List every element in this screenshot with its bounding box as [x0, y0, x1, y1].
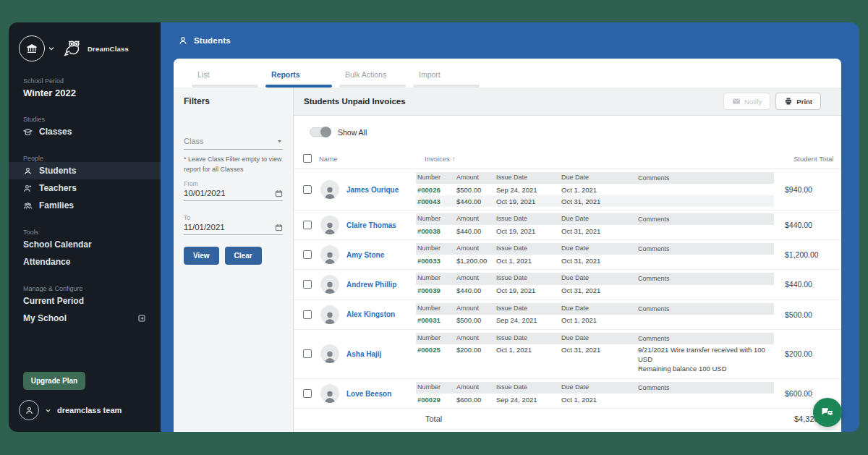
student-total: $600.00 [774, 389, 841, 398]
avatar [320, 305, 339, 324]
invoice-col-label: Number [416, 273, 455, 284]
student-name-link[interactable]: Love Beeson [346, 390, 416, 398]
upgrade-plan-button[interactable]: Upgrade Plan [23, 372, 85, 390]
from-date-field[interactable]: 10/01/2021 [184, 187, 283, 201]
invoice-col-label: Issue Date [495, 172, 560, 184]
student-name-link[interactable]: Amy Stone [346, 251, 416, 259]
view-button[interactable]: View [184, 247, 219, 265]
invoice-col-label: Comments [637, 382, 774, 394]
student-name-link[interactable]: Andrew Phillip [346, 281, 416, 289]
sidebar-item-classes[interactable]: Classes [9, 123, 161, 140]
calendar-icon[interactable] [275, 190, 283, 197]
sidebar-item-students[interactable]: Students [9, 162, 161, 179]
student-name-link[interactable]: James Ourique [346, 186, 416, 194]
student-name-link[interactable]: Asha Hajij [346, 350, 416, 358]
invoice-col-label: Number [416, 172, 455, 184]
chat-widget-button[interactable] [813, 398, 842, 427]
row-checkbox[interactable] [303, 221, 312, 229]
row-checkbox[interactable] [303, 250, 312, 259]
invoice-col-label: Due Date [560, 333, 637, 344]
clear-button[interactable]: Clear [225, 247, 262, 265]
show-all-toggle[interactable] [310, 127, 331, 137]
dreamclass-owl-icon [62, 38, 84, 59]
invoice-col-label: Issue Date [495, 213, 560, 225]
invoice-number-link[interactable]: #00029 [416, 394, 455, 405]
invoice-issue-date: Oct 19, 2021 [495, 225, 560, 237]
print-button[interactable]: Print [775, 93, 821, 110]
tab-bulk-actions[interactable]: Bulk Actions [339, 67, 406, 88]
row-checkbox[interactable] [303, 349, 312, 358]
avatar-wrap [320, 384, 346, 403]
tab-import[interactable]: Import [413, 67, 480, 88]
avatar-wrap [320, 275, 346, 294]
section-label-tools: Tools [9, 229, 161, 236]
row-checkbox[interactable] [303, 280, 312, 289]
table-row: Love Beeson Number Amount Issue Date Due… [294, 379, 841, 409]
invoice-issue-date: Oct 19, 2021 [495, 285, 560, 297]
invoice-col-label: Due Date [560, 243, 637, 255]
invoice-issue-date: Oct 1, 2021 [495, 344, 560, 356]
row-checkbox[interactable] [303, 185, 312, 194]
chevron-down-icon[interactable] [48, 45, 55, 52]
select-all-checkbox[interactable] [303, 154, 312, 163]
invoice-due-date: Oct 1, 2021 [560, 184, 637, 195]
invoice-col-label: Comments [637, 333, 774, 344]
invoice-number-link[interactable]: #00026 [416, 184, 455, 195]
tab-list[interactable]: List [192, 67, 258, 88]
invoice-comments [637, 184, 774, 187]
column-invoices[interactable]: Invoices ↑ [425, 155, 783, 163]
avatar-wrap [320, 344, 346, 363]
sidebar-item-attendance[interactable]: Attendance [9, 253, 161, 271]
invoice-col-label: Issue Date [495, 273, 560, 284]
invoice-number-link[interactable]: #00033 [416, 255, 455, 266]
sidebar-item-label: My School [23, 313, 67, 323]
sidebar-item-teachers[interactable]: Teachers [9, 179, 161, 197]
invoice-comments [637, 394, 774, 397]
invoice-col-label: Due Date [560, 382, 637, 394]
invoice-issue-date: Sep 24, 2021 [495, 315, 560, 326]
invoice-number-link[interactable]: #00031 [416, 315, 455, 326]
student-total: $500.00 [774, 310, 841, 319]
invoice-number-link[interactable]: #00038 [416, 225, 455, 237]
invoice-col-label: Number [416, 333, 455, 344]
student-name-link[interactable]: Claire Thomas [346, 221, 416, 229]
invoice-lines: Number Amount Issue Date Due Date Commen… [416, 243, 774, 266]
invoice-number-link[interactable]: #00025 [416, 344, 455, 356]
chat-bubbles-icon [820, 405, 835, 420]
filter-buttons: View Clear [184, 247, 283, 265]
app-window: DreamClass School Period Winter 2022 Stu… [9, 22, 859, 432]
sidebar-item-my-school[interactable]: My School [9, 310, 161, 327]
report-header: Students Unpaid Invoices Notify Print [294, 88, 841, 116]
invoice-number-link[interactable]: #00039 [416, 285, 455, 297]
tab-bar: List Reports Bulk Actions Import [174, 59, 841, 88]
tab-label: Import [413, 67, 480, 85]
tab-reports[interactable]: Reports [265, 67, 332, 88]
school-switcher-button[interactable] [19, 35, 45, 61]
row-checkbox[interactable] [303, 389, 312, 398]
toggle-knob [320, 127, 331, 137]
chevron-down-icon [45, 407, 51, 414]
invoice-line: #00026 $500.00 Sep 24, 2021 Oct 1, 2021 [416, 184, 774, 195]
content-card: List Reports Bulk Actions Import [174, 59, 841, 432]
invoice-number-link[interactable]: #00043 [416, 195, 455, 207]
invoice-col-label: Number [416, 213, 455, 225]
show-all-label: Show All [338, 128, 367, 137]
invoice-lines: Number Amount Issue Date Due Date Commen… [416, 333, 774, 376]
brand-logo: DreamClass [62, 38, 129, 59]
table-total-row: Total $4,320.00 [294, 409, 841, 430]
school-period-value[interactable]: Winter 2022 [9, 85, 161, 101]
calendar-icon[interactable] [275, 224, 283, 231]
invoice-due-date: Oct 31, 2021 [560, 255, 637, 266]
sidebar-item-current-period[interactable]: Current Period [9, 292, 161, 310]
row-checkbox[interactable] [303, 310, 312, 319]
notify-button[interactable]: Notify [723, 93, 770, 110]
invoice-comments [637, 195, 774, 199]
class-select[interactable]: Class [184, 137, 283, 150]
student-name-link[interactable]: Alex Kingston [346, 310, 416, 318]
invoice-comments [637, 225, 774, 229]
user-menu[interactable]: dreamclass team [9, 390, 161, 423]
printer-icon [784, 97, 793, 106]
sidebar-item-families[interactable]: Families [9, 197, 161, 214]
sidebar-item-school-calendar[interactable]: School Calendar [9, 236, 161, 253]
to-date-field[interactable]: 11/01/2021 [184, 221, 283, 235]
